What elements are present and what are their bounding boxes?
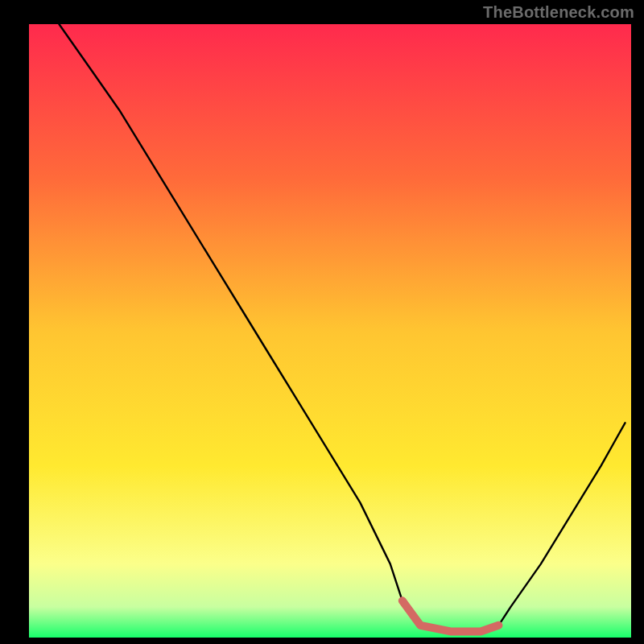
watermark-text: TheBottleneck.com <box>483 3 634 22</box>
bottleneck-chart <box>0 0 644 644</box>
chart-container: TheBottleneck.com <box>0 0 644 644</box>
plot-background <box>29 24 631 638</box>
